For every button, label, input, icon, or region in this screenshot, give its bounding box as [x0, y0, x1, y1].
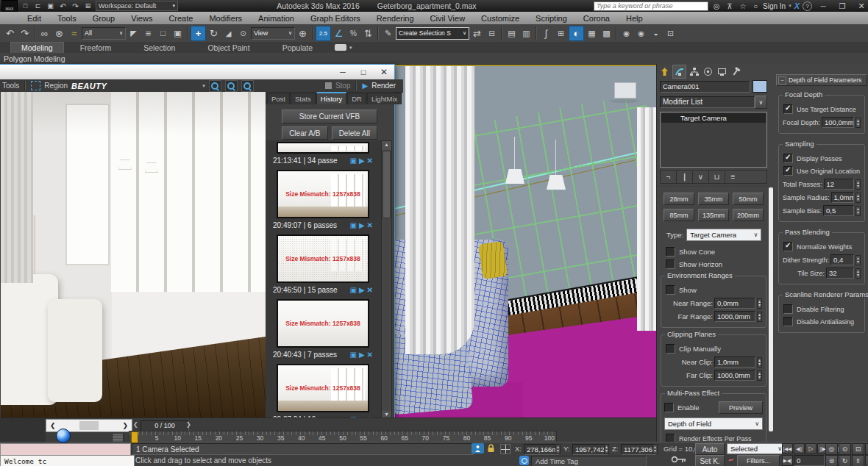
vfb-tools-button[interactable]: Tools	[2, 82, 19, 90]
percent-snap-icon[interactable]: %	[346, 26, 360, 40]
stack-item-target-camera[interactable]: Target Camera	[661, 113, 766, 123]
maximize-viewport-toggle-icon[interactable]: ⊞	[865, 455, 868, 466]
far-clip-spinner[interactable]: ▴▾	[757, 370, 762, 381]
history-item[interactable]: Size Mismatch: 1257x838 20:46:50 | 15 pa…	[271, 234, 374, 295]
vfb-maximize-icon[interactable]: □	[353, 68, 374, 76]
schematic-view-icon[interactable]: ⊞	[554, 26, 568, 40]
walk-through-icon[interactable]: ‼	[852, 455, 864, 466]
menu-scripting[interactable]: Scripting	[527, 14, 575, 23]
menu-modifiers[interactable]: Modifiers	[201, 14, 250, 23]
region-icon[interactable]	[31, 81, 40, 90]
add-time-tag[interactable]: Add Time Tag	[531, 456, 647, 466]
spinner-snap-icon[interactable]: ⇅	[361, 26, 375, 40]
render-iterative-icon[interactable]: ◉	[634, 26, 648, 40]
key-filter-curve-icon[interactable]: ~	[727, 454, 736, 466]
delete-history-icon[interactable]: ✕	[367, 287, 373, 294]
panel-scrollbar[interactable]	[769, 187, 773, 431]
zoom-fit-icon[interactable]	[241, 80, 254, 92]
disable-antialiasing-checkbox[interactable]	[783, 317, 793, 326]
tab-create-icon[interactable]	[658, 65, 671, 78]
render-effects-per-pass-checkbox[interactable]	[666, 434, 675, 442]
show-horizon-checkbox[interactable]	[666, 259, 675, 269]
rectangular-selection-region-icon[interactable]: □	[156, 26, 170, 40]
workspace-dropdown[interactable]: Workspace: Default▾	[96, 1, 178, 11]
named-selection-field[interactable]: Create Selection S∨	[396, 27, 469, 40]
reference-coordinate-dropdown[interactable]: View∨	[251, 27, 295, 40]
select-and-move-icon[interactable]: +	[191, 26, 206, 41]
select-by-name-icon[interactable]: ≡	[141, 26, 155, 40]
rollout-collapse-icon[interactable]: –	[778, 76, 786, 85]
help-icon[interactable]: ?	[803, 1, 812, 11]
lens-135mm-button[interactable]: 135mm	[698, 209, 729, 221]
tab-hierarchy-icon[interactable]	[688, 65, 700, 78]
menu-graph-editors[interactable]: Graph Editors	[302, 14, 369, 23]
near-range-field[interactable]: 0,0mm	[714, 298, 755, 309]
sample-radius-field[interactable]: 1,0mm	[831, 192, 854, 203]
tab-post[interactable]: Post	[267, 93, 290, 104]
menu-civil-view[interactable]: Civil View	[422, 14, 473, 23]
viewport-camera[interactable]	[392, 65, 658, 420]
key-filters-button[interactable]: Filters...	[737, 455, 780, 466]
maxscript-listener-white[interactable]: Welcome tc	[0, 455, 135, 466]
edit-named-selection-icon[interactable]: ✎	[381, 26, 395, 40]
infocenter-search-input[interactable]	[594, 1, 708, 11]
object-name-field[interactable]: Camera001	[660, 81, 750, 93]
show-cone-checkbox[interactable]	[666, 247, 675, 257]
key-mode-dropdown[interactable]: Selected∨	[727, 443, 786, 454]
tab-populate[interactable]: Populate	[266, 43, 329, 52]
redo-icon[interactable]: ↷	[71, 0, 80, 13]
key-step-icon[interactable]: ▶◀|	[782, 455, 793, 466]
clear-ab-button[interactable]: Clear A/B	[282, 126, 328, 140]
ribbon-caret-icon[interactable]: ▾	[349, 45, 352, 51]
sample-radius-spinner[interactable]: ▴▾	[855, 193, 861, 203]
use-target-distance-checkbox[interactable]	[783, 104, 793, 114]
favorites-star-icon[interactable]: ☆	[738, 0, 748, 13]
lens-35mm-button[interactable]: 35mm	[698, 193, 729, 205]
tab-stats[interactable]: Stats	[291, 93, 316, 104]
time-tag-icon[interactable]	[519, 456, 529, 465]
ribbon-toggle-icon[interactable]: ▥	[519, 26, 533, 40]
far-clip-field[interactable]: 1000,0mm	[714, 370, 755, 381]
align-icon[interactable]: ⊟	[485, 26, 499, 40]
menu-group[interactable]: Group	[85, 14, 124, 23]
multipass-enable-checkbox[interactable]	[664, 403, 674, 412]
camera-type-dropdown[interactable]: Target Camera∨	[686, 229, 761, 241]
frame-fwd-icon[interactable]: ❯	[186, 421, 191, 428]
compare-history-icon[interactable]: ▶	[359, 222, 365, 229]
rendered-frame-window-icon[interactable]: ▩	[600, 26, 613, 40]
set-key-button[interactable]: Set K.	[695, 455, 725, 466]
menu-corona[interactable]: Corona	[575, 14, 618, 23]
select-and-place-icon[interactable]: ⊙	[236, 26, 250, 40]
zoom-out-icon[interactable]	[225, 80, 238, 92]
undo-icon[interactable]: ↶	[3, 26, 17, 40]
near-clip-spinner[interactable]: ▴▾	[757, 357, 762, 368]
menu-views[interactable]: Views	[123, 14, 160, 23]
curve-editor-icon[interactable]: ∫	[539, 26, 553, 40]
x-coord-field[interactable]: 278,166mm	[524, 444, 559, 455]
save-history-icon[interactable]: ▣	[349, 157, 356, 165]
far-range-field[interactable]: 1000,0mm	[714, 311, 755, 322]
vfb-stop-button[interactable]: Stop	[335, 82, 351, 90]
history-item[interactable]: Size Mismatch: 1257x838 20:37:24 | 19 pa…	[271, 364, 374, 420]
normalize-weights-checkbox[interactable]	[783, 242, 793, 251]
vfb-channel-caret-icon[interactable]: ▾	[202, 83, 205, 89]
sign-in-button[interactable]: Sign In	[763, 2, 786, 10]
far-range-spinner[interactable]: ▴▾	[757, 312, 762, 322]
compare-history-icon[interactable]: ▶	[359, 287, 365, 294]
orbit-icon[interactable]: ↻	[839, 455, 851, 466]
history-item[interactable]: Size Mismatch: 1257x838 20:49:07 | 6 pas…	[271, 170, 374, 231]
dither-strength-field[interactable]: 0,4	[830, 254, 854, 265]
menu-create[interactable]: Create	[160, 14, 201, 23]
maximize-window-icon[interactable]: ❐	[834, 0, 850, 13]
vfb-minimize-icon[interactable]: ─	[332, 68, 353, 76]
angle-snap-icon[interactable]: ∠	[332, 26, 346, 40]
scroll-left-icon[interactable]: ❮	[46, 422, 60, 429]
z-coord-spinner[interactable]: ▴▾	[652, 444, 658, 454]
tab-dr[interactable]: DR	[347, 93, 366, 104]
bind-to-spacewarp-icon[interactable]: ≈	[67, 26, 81, 40]
isolate-selection-toggle[interactable]	[472, 443, 484, 454]
preview-button[interactable]: Preview	[719, 401, 763, 414]
tab-modify-icon[interactable]	[672, 65, 686, 79]
show-end-result-icon[interactable]: ❘	[677, 171, 693, 183]
window-crossing-icon[interactable]: ▣	[171, 26, 185, 40]
